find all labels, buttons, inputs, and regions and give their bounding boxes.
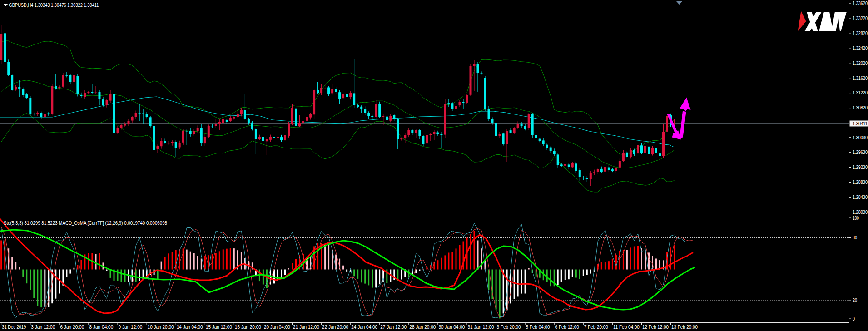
svg-text:8 Jan 04:00: 8 Jan 04:00 — [89, 324, 113, 330]
svg-text:16 Jan 20:00: 16 Jan 20:00 — [235, 324, 261, 330]
svg-text:13 Feb 20:00: 13 Feb 20:00 — [671, 324, 698, 330]
svg-text:1.29230: 1.29230 — [853, 164, 868, 170]
svg-text:1.30030: 1.30030 — [853, 135, 868, 140]
svg-text:9 Jan 12:00: 9 Jan 12:00 — [119, 324, 143, 330]
svg-text:6 Jan 20:00: 6 Jan 20:00 — [60, 324, 84, 330]
svg-text:27 Jan 12:00: 27 Jan 12:00 — [380, 324, 407, 330]
svg-text:15 Jan 12:00: 15 Jan 12:00 — [206, 324, 232, 330]
svg-text:1.28430: 1.28430 — [853, 194, 868, 200]
svg-text:28 Jan 20:00: 28 Jan 20:00 — [409, 324, 436, 330]
svg-text:1.32020: 1.32020 — [853, 60, 868, 66]
svg-text:14 Jan 04:00: 14 Jan 04:00 — [177, 324, 203, 330]
svg-text:31 Dec 2019: 31 Dec 2019 — [2, 324, 26, 330]
svg-text:1.33220: 1.33220 — [853, 15, 868, 21]
svg-text:6 Feb 12:00: 6 Feb 12:00 — [555, 324, 579, 330]
svg-text:22 Jan 20:00: 22 Jan 20:00 — [322, 324, 348, 330]
svg-text:1.31220: 1.31220 — [853, 90, 868, 95]
svg-text:Sto(5,3,3) 81.0299 81.5223 MA: Sto(5,3,3) 81.0299 81.5223 MACD_OsMA [Cu… — [4, 220, 167, 226]
svg-text:24 Jan 04:00: 24 Jan 04:00 — [351, 324, 377, 330]
svg-text:GBPUSD,H4 1.30343 1.30476 1.3: GBPUSD,H4 1.30343 1.30476 1.30322 1.3041… — [9, 2, 99, 8]
svg-text:1.31620: 1.31620 — [853, 75, 868, 81]
svg-text:1.28830: 1.28830 — [853, 179, 868, 185]
svg-text:1.32420: 1.32420 — [853, 45, 868, 51]
svg-text:7 Feb 20:00: 7 Feb 20:00 — [584, 324, 608, 330]
svg-text:11 Feb 04:00: 11 Feb 04:00 — [613, 324, 640, 330]
svg-text:20: 20 — [853, 297, 857, 303]
svg-text:1.29630: 1.29630 — [853, 149, 868, 155]
svg-text:80: 80 — [853, 235, 857, 240]
svg-text:21 Jan 12:00: 21 Jan 12:00 — [293, 324, 319, 330]
svg-text:20 Jan 04:00: 20 Jan 04:00 — [264, 324, 290, 330]
svg-text:12 Feb 12:00: 12 Feb 12:00 — [642, 324, 669, 330]
svg-text:1.28030: 1.28030 — [853, 209, 868, 215]
svg-text:3 Jan 12:00: 3 Jan 12:00 — [31, 324, 55, 330]
svg-text:30 Jan 04:00: 30 Jan 04:00 — [438, 324, 465, 330]
svg-text:1.30411: 1.30411 — [853, 121, 868, 126]
svg-text:1.30820: 1.30820 — [853, 105, 868, 110]
svg-text:0: 0 — [853, 316, 855, 321]
svg-text:1.33620: 1.33620 — [853, 0, 868, 6]
svg-text:1.32820: 1.32820 — [853, 30, 868, 36]
svg-text:31 Jan 12:00: 31 Jan 12:00 — [468, 324, 494, 330]
svg-text:3 Feb 20:00: 3 Feb 20:00 — [497, 324, 521, 330]
svg-text:5 Feb 04:00: 5 Feb 04:00 — [526, 324, 550, 330]
svg-text:10 Jan 20:00: 10 Jan 20:00 — [148, 324, 174, 330]
svg-text:100: 100 — [853, 215, 859, 221]
